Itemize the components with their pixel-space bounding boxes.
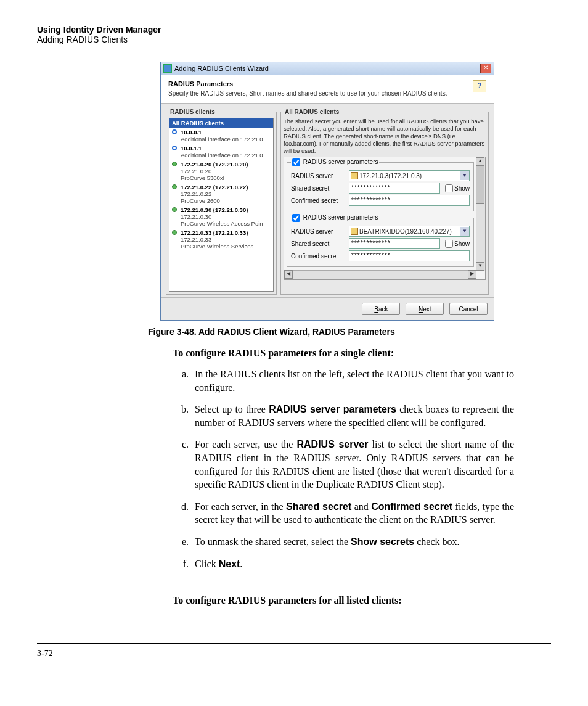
help-icon[interactable]: ?: [473, 80, 486, 92]
steps-list: In the RADIUS clients list on the left, …: [191, 367, 514, 570]
step-d: For each server, in the Shared secret an…: [191, 500, 514, 527]
status-icon: [172, 230, 177, 235]
cancel-button[interactable]: Cancel: [449, 303, 488, 315]
scroll-down-icon[interactable]: ▼: [476, 262, 484, 271]
show-secret-checkbox[interactable]: Show: [445, 240, 470, 248]
step-c: For each server, use the RADIUS server l…: [191, 438, 514, 491]
list-item[interactable]: 172.21.0.33 (172.21.0.33) 172.21.0.33 Pr…: [169, 228, 273, 251]
step-f: Click Next.: [191, 557, 514, 571]
radius-clients-panel: RADIUS clients All RADIUS clients 10.0.0…: [166, 109, 277, 295]
scroll-left-icon[interactable]: ◀: [284, 270, 293, 279]
wizard-footer: Back Next Cancel: [161, 297, 494, 320]
list-item[interactable]: 10.0.1.1 Additional interface on 172.21.…: [169, 144, 273, 160]
list-item[interactable]: 10.0.0.1 Additional interface on 172.21.…: [169, 128, 273, 144]
server-icon: [351, 228, 358, 235]
page-number: 3-72: [37, 649, 551, 659]
confirm-secret-input[interactable]: *************: [349, 195, 470, 206]
label-secret: Shared secret: [291, 240, 346, 247]
right-description: The shared secret you enter will be used…: [284, 118, 486, 154]
step-b: Select up to three RADIUS server paramet…: [191, 403, 514, 429]
step-a: In the RADIUS clients list on the left, …: [191, 367, 514, 394]
app-icon: [163, 64, 172, 73]
clients-listbox[interactable]: All RADIUS clients 10.0.0.1 Additional i…: [169, 118, 274, 292]
wizard-header: RADIUS Parameters Specify the RADIUS ser…: [161, 75, 494, 104]
figure-caption: Figure 3-48. Add RADIUS Client Wizard, R…: [148, 327, 551, 337]
label-server: RADIUS server: [291, 173, 346, 179]
list-item[interactable]: 172.21.0.22 (172.21.0.22) 172.21.0.22 Pr…: [169, 183, 273, 205]
confirm-secret-input[interactable]: *************: [349, 250, 470, 261]
shared-secret-input[interactable]: *************: [349, 238, 440, 249]
back-button[interactable]: Back: [362, 303, 400, 315]
header-subtitle: Adding RADIUS Clients: [37, 35, 551, 44]
scroll-thumb[interactable]: [476, 166, 484, 204]
scroll-up-icon[interactable]: ▲: [476, 157, 484, 166]
close-icon[interactable]: ✕: [480, 64, 491, 73]
section-description: Specify the RADIUS servers, Short-names …: [168, 90, 473, 97]
wizard-window: Adding RADIUS Clients Wizard ✕ RADIUS Pa…: [160, 62, 494, 321]
server-params-group-2: RADIUS server parameters RADIUS server B…: [287, 214, 474, 267]
wizard-titlebar: Adding RADIUS Clients Wizard ✕: [161, 62, 494, 75]
server-params-scroll: RADIUS server parameters RADIUS server 1…: [284, 157, 486, 280]
list-item[interactable]: 172.21.0.30 (172.21.0.30) 172.21.0.30 Pr…: [169, 205, 273, 228]
label-confirm: Confirmed secret: [291, 253, 346, 260]
step-e: To unmask the shared secret, select the …: [191, 535, 514, 549]
status-icon: [172, 184, 177, 189]
server-params-checkbox[interactable]: [292, 158, 300, 166]
server-params-checkbox[interactable]: [292, 214, 300, 222]
label-server: RADIUS server: [291, 228, 346, 235]
clients-legend: RADIUS clients: [169, 109, 216, 115]
next-button[interactable]: Next: [406, 303, 444, 315]
page-header: Using Identity Driven Manager Adding RAD…: [37, 25, 551, 44]
all-clients-panel: All RADIUS clients The shared secret you…: [280, 109, 489, 295]
status-icon: [172, 129, 177, 134]
section-title: RADIUS Parameters: [168, 80, 473, 88]
label-confirm: Confirmed secret: [291, 197, 346, 204]
show-secret-checkbox[interactable]: Show: [445, 184, 470, 192]
chevron-down-icon[interactable]: ▼: [460, 227, 469, 236]
scrollbar-horizontal[interactable]: [284, 270, 476, 279]
radius-server-select[interactable]: BEATRIXKIDDO(192.168.40.227) ▼: [349, 226, 470, 237]
scroll-right-icon[interactable]: ▶: [468, 270, 476, 279]
status-icon: [172, 162, 177, 166]
chevron-down-icon[interactable]: ▼: [460, 171, 469, 180]
label-secret: Shared secret: [291, 185, 346, 192]
intro-all-clients: To configure RADIUS parameters for all l…: [173, 595, 551, 606]
server-params-group-1: RADIUS server parameters RADIUS server 1…: [287, 158, 474, 211]
radius-server-select[interactable]: 172.21.0.3(172.21.0.3) ▼: [349, 170, 470, 181]
window-title: Adding RADIUS Clients Wizard: [174, 65, 269, 72]
server-icon: [351, 172, 358, 179]
status-icon: [172, 146, 177, 150]
shared-secret-input[interactable]: *************: [349, 183, 440, 194]
right-legend: All RADIUS clients: [284, 109, 340, 115]
header-title: Using Identity Driven Manager: [37, 25, 551, 35]
list-item[interactable]: 172.21.0.20 (172.21.0.20) 172.21.0.20 Pr…: [169, 160, 273, 183]
intro-single-client: To configure RADIUS parameters for a sin…: [173, 348, 551, 359]
status-icon: [172, 207, 177, 212]
clients-all-item[interactable]: All RADIUS clients: [169, 118, 273, 128]
footer-rule: [37, 643, 551, 644]
